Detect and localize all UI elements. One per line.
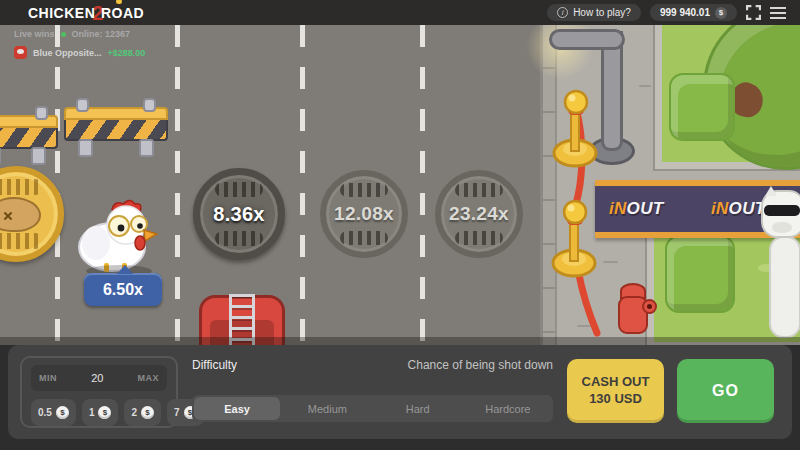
menu-icon[interactable] (770, 7, 786, 19)
cash-out-button[interactable]: CASH OUT 130 USD (567, 359, 664, 423)
bush (665, 235, 735, 313)
multiplier-value: 12.08x (334, 203, 394, 225)
app-logo: CHICKEN 2 ROAD (28, 1, 144, 24)
go-button[interactable]: GO (677, 359, 774, 423)
cash-out-line2: 130 USD (589, 391, 642, 408)
barrier-leg (0, 147, 1, 165)
min-button[interactable]: MIN (39, 373, 57, 383)
chip-label: 0.5 (38, 407, 52, 418)
cooked-chicken-icon (0, 197, 41, 232)
online-count: Online: 12367 (72, 29, 131, 39)
chip-0.5-button[interactable]: 0.5 $ (31, 399, 76, 426)
game-area: Live wins Online: 12367 Blue Opposite...… (0, 25, 800, 345)
chip-label: 7 (174, 407, 180, 418)
chicken-character (74, 199, 166, 273)
cat-body (769, 236, 800, 338)
lane-divider (55, 25, 60, 345)
fire-hydrant (613, 283, 653, 339)
chip-label: 2 (131, 407, 137, 418)
lane-divider (175, 25, 180, 345)
go-label: GO (712, 382, 739, 400)
info-icon: i (557, 7, 568, 18)
manhole-multiplier: 8.36x (193, 168, 285, 260)
chip-row: 0.5 $ 1 $ 2 $ 7 $ (31, 399, 204, 426)
chip-2-button[interactable]: 2 $ (124, 399, 161, 426)
barrier-cap (35, 106, 48, 120)
inout-logo-in: iN (711, 199, 729, 218)
coin-icon: $ (98, 406, 111, 419)
barrier-cap (76, 98, 89, 112)
chip-label: 1 (89, 407, 95, 418)
barrier-cap (143, 98, 156, 112)
road-barrier (0, 115, 58, 149)
coin-icon: $ (141, 406, 154, 419)
currency-coin-icon: $ (715, 7, 727, 19)
inout-logo-in: iN (609, 199, 627, 218)
fullscreen-icon[interactable] (746, 5, 761, 20)
coin-icon: $ (56, 406, 69, 419)
live-win-row: Blue Opposite... +$288.00 (14, 46, 145, 59)
difficulty-tabs: Easy Medium Hard Hardcore (192, 395, 553, 422)
hydrant-nozzle (642, 299, 657, 314)
sidewalk: iNOUT iNOUT (540, 25, 800, 345)
lamp-arm (549, 29, 625, 50)
bet-amount-input[interactable]: 20 (91, 372, 103, 384)
manhole-multiplier: 12.08x (320, 170, 408, 258)
inout-logo: iNOUT (609, 199, 663, 219)
lane-divider (300, 25, 305, 345)
win-amount: +$288.00 (108, 48, 146, 58)
sunglasses-icon (764, 205, 800, 216)
current-multiplier-value: 6.50x (103, 281, 143, 299)
logo-text-road: ROAD (101, 5, 144, 21)
current-multiplier-badge: 6.50x (84, 273, 162, 306)
tab-medium[interactable]: Medium (284, 397, 370, 420)
x-eyes-icon (3, 211, 13, 221)
chance-label: Chance of being shot down (408, 358, 553, 372)
bottom-panel: MIN 20 MAX 0.5 $ 1 $ 2 $ 7 $ Difficulty (8, 345, 792, 439)
winner-name: Blue Opposite... (33, 48, 102, 58)
barrier-leg (31, 147, 46, 165)
cat-head (761, 190, 800, 238)
barrier-leg (78, 139, 93, 157)
max-button[interactable]: MAX (138, 373, 160, 383)
tab-hard[interactable]: Hard (375, 397, 461, 420)
inout-logo: iNOUT (711, 199, 765, 219)
cash-out-line1: CASH OUT (582, 374, 650, 391)
lane-divider (420, 25, 425, 345)
logo-chick-icon (116, 0, 122, 4)
tab-hardcore[interactable]: Hardcore (465, 397, 551, 420)
balance-display: 999 940.01 $ (650, 4, 737, 21)
live-wins-label: Live wins (14, 29, 55, 39)
manhole-multiplier: 23.24x (435, 170, 523, 258)
difficulty-label: Difficulty (192, 358, 237, 372)
how-to-play-button[interactable]: i How to play? (547, 4, 641, 21)
cat-mascot (761, 190, 800, 340)
paving-joint (639, 85, 651, 87)
cat-muzzle (772, 222, 792, 233)
chicken-icon (74, 199, 166, 273)
tab-easy[interactable]: Easy (194, 397, 280, 420)
bush (669, 73, 735, 141)
logo-text-chicken: CHICKEN (28, 5, 95, 21)
top-bar: CHICKEN 2 ROAD i How to play? 999 940.01… (0, 0, 800, 25)
bet-amount-bar: MIN 20 MAX (31, 365, 167, 391)
multiplier-value: 8.36x (213, 203, 265, 226)
cat-ear (765, 186, 777, 196)
barrier-leg (139, 139, 154, 157)
chip-1-button[interactable]: 1 $ (82, 399, 119, 426)
inout-logo-out: OUT (627, 199, 664, 218)
live-feed: Live wins Online: 12367 Blue Opposite...… (14, 29, 145, 59)
road-barrier (64, 107, 168, 141)
bet-card: MIN 20 MAX 0.5 $ 1 $ 2 $ 7 $ (20, 356, 178, 428)
inout-logo-out: OUT (729, 199, 766, 218)
online-dot-icon (61, 32, 66, 37)
player-avatar (14, 46, 27, 59)
how-to-play-label: How to play? (573, 7, 631, 18)
multiplier-value: 23.24x (449, 203, 509, 225)
balance-value: 999 940.01 (660, 7, 710, 18)
road-edge-shadow (0, 337, 800, 345)
